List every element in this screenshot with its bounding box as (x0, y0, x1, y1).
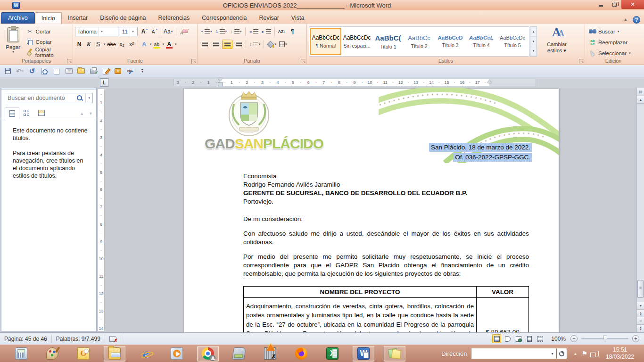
print-preview-button[interactable] (40, 66, 49, 76)
font-size-dropdown-icon[interactable]: ▾ (130, 27, 136, 36)
style-titulo-4[interactable]: AaBbCcL Título 4 (466, 28, 497, 55)
search-dropdown-icon[interactable]: ▾ (85, 93, 92, 103)
address-combobox[interactable]: ▾ (471, 348, 557, 359)
text-effects-button[interactable]: A (140, 40, 149, 49)
strikethrough-button[interactable]: abe (107, 40, 117, 49)
taskbar-windows-explorer[interactable] (104, 346, 125, 362)
address-go-button[interactable] (557, 348, 567, 359)
taskbar-firefox[interactable] (290, 346, 312, 362)
cut-button[interactable]: ✂ Cortar (25, 27, 71, 37)
qat-customize-button[interactable]: ▾ (138, 66, 147, 76)
paragraph-dialog-launcher[interactable]: ↘ (301, 59, 305, 64)
style-titulo-3[interactable]: AaBbCcD Título 3 (435, 28, 466, 55)
paste-button[interactable]: Pegar ▾ (3, 26, 24, 57)
select-browse-object-button[interactable]: ○ (637, 317, 644, 325)
replace-button[interactable]: abac Reemplazar (587, 37, 640, 47)
next-page-button[interactable]: ▼▼ (637, 325, 644, 332)
taskbar-burn-tool[interactable] (259, 346, 281, 362)
quick-print-button[interactable] (89, 66, 98, 76)
shading-button[interactable]: ▾ (266, 40, 278, 49)
font-color-button[interactable]: A (165, 40, 173, 49)
tab-selector[interactable]: L (100, 78, 108, 87)
search-icon[interactable] (77, 95, 83, 101)
spelling-button[interactable]: ABC (125, 66, 135, 76)
scroll-up-icon[interactable]: ▲ (637, 96, 644, 104)
minimize-ribbon-icon[interactable]: ▲ (622, 17, 629, 23)
copy-button[interactable]: Copiar (25, 37, 71, 47)
clipboard-dialog-launcher[interactable]: ↘ (67, 59, 72, 64)
fullscreen-reading-view-button[interactable] (503, 334, 512, 343)
zoom-level[interactable]: 100% (551, 336, 566, 342)
taskbar-paint[interactable] (41, 346, 63, 362)
taskbar-calculator[interactable] (10, 346, 32, 362)
style-titulo-5[interactable]: AaBbCcDc Título 5 (497, 28, 528, 55)
word-app-icon[interactable]: W (12, 2, 20, 9)
address-input[interactable] (471, 348, 549, 359)
taskbar-excel[interactable]: X (322, 346, 343, 362)
scrollbar-thumb[interactable] (637, 280, 644, 298)
page-indicator[interactable]: Página: 45 de 46 (0, 335, 52, 343)
grow-font-button[interactable]: A (139, 27, 148, 36)
template-button[interactable]: ✳ (113, 66, 123, 76)
address-dropdown-icon[interactable]: ▾ (549, 352, 556, 356)
change-case-button[interactable]: Aa▾ (163, 27, 173, 36)
clear-formatting-button[interactable] (179, 27, 189, 36)
taskbar-clock[interactable]: 15:51 18/03/2022 (603, 346, 641, 361)
select-button[interactable]: Seleccionar ▾ (587, 48, 640, 58)
tab-insertar[interactable]: Insertar (62, 12, 94, 24)
nav-tab-results[interactable] (34, 107, 49, 119)
style-titulo-1[interactable]: AaBbC( Título 1 (372, 28, 404, 55)
align-right-button[interactable] (222, 40, 232, 49)
action-center-flag-icon[interactable]: ⚑ (581, 350, 587, 357)
styles-dialog-launcher[interactable]: ↘ (579, 59, 584, 64)
taskbar-word[interactable]: W (353, 346, 374, 362)
numbering-button[interactable]: 1▾ (215, 27, 228, 36)
redo-button[interactable]: ↺ (27, 66, 37, 76)
show-hidden-icons-button[interactable]: ▲ (574, 352, 578, 356)
new-document-button[interactable] (52, 66, 61, 76)
spell-status[interactable] (105, 335, 121, 343)
vertical-scrollbar[interactable]: ▤ ▲ ▼ ▲▲ ○ ▼▼ (636, 88, 644, 332)
outline-view-button[interactable] (525, 334, 534, 343)
nav-tab-pages[interactable] (19, 107, 34, 119)
multilevel-list-button[interactable]: ⁝▾ (229, 27, 243, 36)
restore-button[interactable] (608, 0, 621, 9)
font-name-combo[interactable]: Tahoma ▾ (75, 27, 118, 36)
borders-button[interactable]: ▾ (278, 40, 288, 49)
highlight-color-button[interactable]: ab (152, 40, 161, 49)
right-indent-marker[interactable] (487, 80, 492, 83)
undo-button[interactable]: ↶▾ (15, 66, 25, 76)
zoom-slider-thumb[interactable] (603, 336, 607, 342)
style-gallery-more-icon[interactable]: ▼ (530, 46, 537, 56)
close-button[interactable]: ✕ (621, 0, 644, 9)
taskbar-scanner[interactable] (228, 346, 250, 362)
style-normal[interactable]: AaBbCcDc ¶ Normal (310, 28, 341, 55)
font-dialog-launcher[interactable]: ↘ (191, 59, 196, 64)
document-page[interactable]: ************************* **************… (184, 89, 559, 332)
font-name-dropdown-icon[interactable]: ▾ (99, 27, 105, 36)
zoom-out-button[interactable]: − (570, 335, 578, 342)
letter-body[interactable]: Economista Rodrigo Fernando Avilés Jaram… (243, 172, 529, 332)
word-count-indicator[interactable]: Palabras: 9/7.499 (52, 335, 105, 343)
nav-tab-headings[interactable] (5, 107, 19, 119)
zoom-slider[interactable] (581, 338, 628, 339)
increase-indent-button[interactable]: ▸ (261, 27, 272, 36)
taskbar-outlook[interactable]: O (73, 346, 94, 362)
print-layout-view-button[interactable] (492, 334, 501, 343)
align-center-button[interactable] (211, 40, 221, 49)
tab-correspondencia[interactable]: Correspondencia (196, 12, 253, 24)
indent-marker[interactable] (218, 78, 222, 82)
sort-button[interactable]: AZ↓ (277, 27, 287, 36)
superscript-button[interactable]: x² (127, 40, 136, 49)
taskbar-internet-explorer[interactable]: e (135, 346, 157, 362)
underline-button[interactable]: S (94, 40, 102, 49)
draft-view-button[interactable] (536, 334, 545, 343)
taskbar-chrome[interactable] (197, 346, 219, 362)
bold-button[interactable]: N (75, 40, 83, 49)
change-styles-button[interactable]: AA Cambiarestilos ▾ (540, 25, 574, 57)
tab-vista[interactable]: Vista (285, 12, 311, 24)
previous-page-button[interactable]: ▲▲ (637, 310, 644, 317)
decrease-indent-button[interactable]: ◂ (248, 27, 259, 36)
previous-heading-icon[interactable]: ▲ (80, 111, 84, 116)
shrink-font-button[interactable]: A (149, 27, 157, 36)
